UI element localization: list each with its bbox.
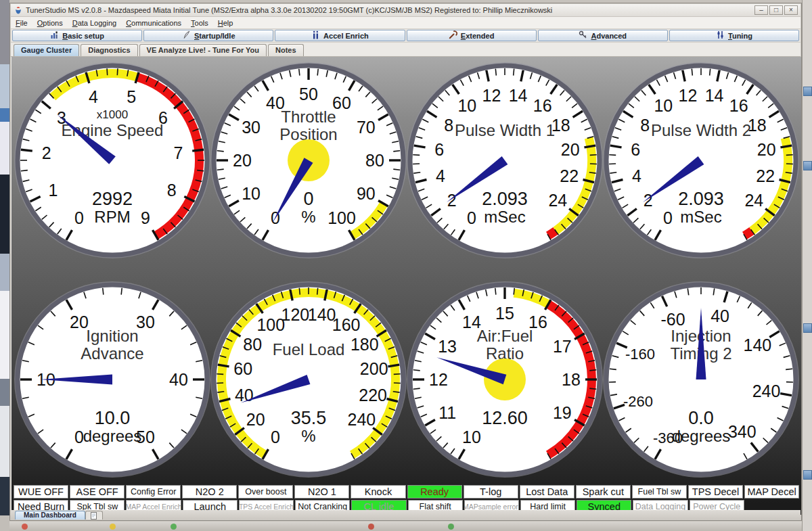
indicator-ase-off[interactable]: ASE OFF [70,485,125,499]
gauge-engine-speed[interactable]: 0123456789x1000Engine Speed2992RPM [14,62,210,258]
gauge-title: Advance [81,344,143,363]
gauge-value: 10.0 [95,408,131,428]
tick-label: -60 [661,310,685,329]
tick-label: 24 [548,191,567,210]
tick-label: 16 [729,96,748,115]
gauge-pulse-width-2[interactable]: 024681012141618202224Pulse Width 22.093m… [603,62,799,258]
restore-button[interactable]: □ [769,5,783,15]
tab-main-dashboard[interactable]: Main Dashboard [15,511,85,520]
tab-ve-analyze-live-tune-for-you[interactable]: VE Analyze Live! - Tune For You [139,44,267,56]
indicator-n2o-1[interactable]: N2O 1 [294,485,349,499]
title-bar: TunerStudio MS v2.0.8 - Mazdaspeed Miata… [11,4,800,17]
tick-label: 0 [74,208,84,227]
taskbar-icon [110,524,116,530]
background-window-right [802,0,812,531]
toolbar: Basic setupStartup/IdleAccel EnrichExten… [11,29,800,43]
indicator-lost-data[interactable]: Lost Data [520,485,574,499]
menu-item-communications[interactable]: Communications [121,18,186,28]
menu-item-tools[interactable]: Tools [186,18,213,28]
toolbar-button-advanced[interactable]: Advanced [538,30,668,41]
page-icon [91,512,97,520]
gauge-units: degrees [83,427,142,445]
indicator-knock[interactable]: Knock [351,485,405,499]
gauge-air-fuel-ratio[interactable]: 10111213141516171819Air:FuelRatio12.60 [407,281,603,478]
toolbar-button-startup-idle[interactable]: Startup/Idle [143,30,273,41]
app-window: TunerStudio MS v2.0.8 - Mazdaspeed Miata… [9,3,802,521]
gauge-title: Air:Fuel [477,327,533,345]
toolbar-button-tuning[interactable]: Tuning [669,30,799,41]
gauge-throttle-position[interactable]: 0102030405060708090100ThrottlePosition0% [210,62,407,258]
dashboard-tab-strip: Main Dashboard [11,510,800,520]
gauge-units: % [301,208,315,226]
tick-label: 20 [246,410,265,429]
taskbar-icon [22,524,28,530]
background-window-left [0,0,9,531]
tick-label: 30 [242,118,261,137]
gauge-units: mSec [484,208,525,226]
tick-label: 5 [127,87,136,106]
tab-bar: Gauge ClusterDiagnosticsVE Analyze Live!… [11,43,800,57]
toolbar-button-accel-enrich[interactable]: Accel Enrich [275,30,405,41]
tick-label: 40 [235,386,254,405]
tick-label: 10 [654,96,673,115]
menu-item-help[interactable]: Help [213,18,238,28]
tick-label: 30 [136,313,155,331]
tick-label: 16 [533,96,552,115]
indicator-spark-cut[interactable]: Spark cut [576,485,631,499]
menu-item-options[interactable]: Options [32,18,68,28]
taskbar-strip [9,522,802,531]
tick-label: -260 [623,393,653,410]
tick-label: 1 [48,181,58,200]
gauge-icon [50,30,59,41]
indicator-map-decel[interactable]: MAP Decel [744,485,799,499]
gauge-title: Pulse Width 1 [455,121,555,139]
tick-label: 240 [752,382,781,400]
tuning-icon [716,30,725,41]
toolbar-button-basic-setup[interactable]: Basic setup [12,30,142,41]
tick-label: 8 [640,116,650,135]
toolbar-button-extended[interactable]: Extended [407,30,537,41]
tick-label: 50 [299,85,318,103]
gauge-fuel-load[interactable]: 020406080100120140160180200220240Fuel Lo… [210,281,407,478]
tick-label: 20 [233,151,252,170]
tick-label: 12 [429,370,448,389]
tick-label: 160 [332,315,361,334]
java-app-icon [14,5,23,15]
indicator-n2o-2[interactable]: N2O 2 [182,485,237,499]
tab-gauge-cluster[interactable]: Gauge Cluster [14,44,79,56]
tick-label: -160 [625,346,655,363]
wrench-icon [449,30,457,41]
gauge-pulse-width-1[interactable]: 024681012141618202224Pulse Width 12.093m… [407,62,603,258]
gauge-injection-timing-2[interactable]: -360-260-160-6040140240340InjectionTimin… [603,281,799,478]
gauge-title: Fuel Load [273,340,345,359]
tick-label: 60 [233,359,252,378]
gauge-title: Throttle [281,108,336,126]
tick-label: 100 [328,208,356,227]
tick-label: 14 [705,86,724,105]
tab-diagnostics[interactable]: Diagnostics [81,44,137,56]
tick-label: 4 [632,166,641,185]
indicator-fuel-tbl-sw[interactable]: Fuel Tbl sw [632,485,687,499]
indicator-t-log[interactable]: T-log [464,485,518,499]
tick-label: 17 [553,337,572,356]
close-button[interactable]: × [784,5,798,15]
tick-label: 6 [434,140,444,159]
tick-label: 15 [495,304,514,323]
menu-item-file[interactable]: File [11,18,32,28]
indicator-tps-decel[interactable]: TPS Decel [688,485,743,499]
indicator-over-boost[interactable]: Over boost [238,485,293,499]
new-dashboard-tab-button[interactable] [85,511,103,520]
menu-item-data-logging[interactable]: Data Logging [68,18,121,28]
gauge-value: 12.60 [482,408,528,428]
indicator-config-error[interactable]: Config Error [126,485,181,499]
indicator-wue-off[interactable]: WUE OFF [14,485,68,499]
gauge-ignition-advance[interactable]: 01020304050IgnitionAdvance10.0degrees [14,281,210,478]
tick-label: 4 [89,87,98,106]
indicator-ready[interactable]: Ready [407,485,462,499]
tick-label: 7 [173,143,183,162]
tick-label: 12 [678,86,697,105]
minimize-button[interactable]: – [754,5,768,15]
tick-label: 10 [242,184,261,203]
taskbar-icon [448,524,454,530]
tab-notes[interactable]: Notes [268,44,304,56]
